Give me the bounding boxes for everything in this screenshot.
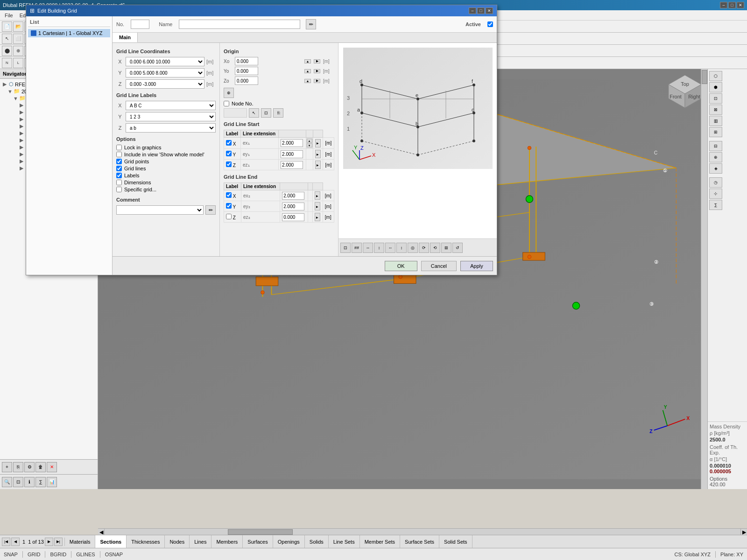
tab-member-sets[interactable]: Member Sets (360, 535, 400, 548)
tab-lines[interactable]: Lines (190, 535, 211, 548)
tab-materials[interactable]: Materials (65, 535, 96, 548)
apply-button[interactable]: Apply (460, 261, 493, 271)
expand-thicknesses[interactable]: ▶ (20, 116, 24, 122)
preview-btn-8[interactable]: ⟳ (419, 243, 429, 253)
lock-graphics-cb[interactable] (116, 145, 122, 150)
yo-arrow-btn[interactable]: ▶ (314, 69, 320, 73)
zo-spin-up[interactable]: ▲ (304, 79, 311, 83)
gl-start-x-dn[interactable]: ▼ (307, 143, 312, 147)
nav-filter-btn[interactable]: ⊡ (13, 477, 23, 487)
yo-spin-up[interactable]: ▲ (304, 69, 311, 73)
gl-end-y-arrow-btn[interactable]: ▶ (315, 202, 320, 210)
tab-main[interactable]: Main (113, 33, 138, 42)
zo-arrow-btn[interactable]: ▶ (314, 79, 320, 83)
node-center-btn[interactable]: ⊡ (261, 108, 271, 118)
h-scroll-right-btn[interactable]: ▶ (740, 529, 747, 535)
tab-solid-sets[interactable]: Solid Sets (439, 535, 472, 548)
gl-start-x-input[interactable] (281, 139, 303, 147)
coord-y-select[interactable]: 0.000 5.000 8.000 (126, 68, 204, 77)
open-button[interactable]: 📂 (13, 21, 23, 32)
tab-line-sets[interactable]: Line Sets (329, 535, 360, 548)
page-next-btn[interactable]: ▶ (45, 538, 53, 546)
expand-surfaces[interactable]: ▶ (20, 144, 24, 150)
h-scrollbar[interactable]: ◀ ▶ (98, 528, 747, 535)
preview-btn-10[interactable]: ⊞ (441, 243, 451, 253)
nav-new-btn[interactable]: + (2, 462, 12, 472)
nav-calc-btn[interactable]: ∑ (35, 477, 46, 487)
tab-solids[interactable]: Solids (305, 535, 329, 548)
expand-materials[interactable]: ▶ (20, 102, 24, 108)
gl-start-y-input[interactable] (281, 150, 303, 158)
new-button[interactable]: 📄 (2, 21, 12, 32)
dialog-maximize[interactable]: □ (477, 7, 485, 14)
nav-chart-btn[interactable]: 📊 (47, 477, 57, 487)
rt-1[interactable]: ⬡ (709, 71, 722, 81)
cancel-button[interactable]: Cancel (421, 261, 457, 271)
page-prev-btn[interactable]: ◀ (11, 538, 20, 546)
nav-cancel-btn[interactable]: ✕ (47, 462, 57, 472)
gl-start-x-arrow-btn[interactable]: ▶ (315, 139, 321, 147)
xo-spin-up[interactable]: ▲ (304, 59, 311, 63)
ok-button[interactable]: OK (385, 261, 417, 271)
dialog-titlebar[interactable]: ⊞ Edit Building Grid – □ ✕ (26, 5, 497, 16)
preview-btn-2[interactable]: ## (352, 243, 362, 253)
dimensions-cb[interactable] (116, 180, 122, 185)
node-copy-btn[interactable]: ⎘ (273, 108, 283, 118)
rt-5[interactable]: ▥ (709, 116, 722, 126)
select-button[interactable]: ↖ (2, 34, 12, 44)
rt-4[interactable]: ⊠ (709, 105, 722, 115)
cube-widget[interactable]: Top Front Right (666, 73, 704, 110)
gl-start-z-arrow-btn[interactable]: ▶ (315, 161, 321, 169)
name-edit-btn[interactable]: ✏ (306, 19, 316, 29)
tab-sections[interactable]: Sections (95, 535, 127, 548)
coord-z-select[interactable]: 0.000 -3.000 (126, 79, 204, 89)
select-box-button[interactable]: ⬜ (13, 34, 23, 44)
coord-x-select[interactable]: 0.000 6.000 10.000 (126, 57, 204, 66)
gl-start-x-up[interactable]: ▲ (307, 139, 312, 143)
labels-cb[interactable] (116, 173, 122, 178)
tab-members[interactable]: Members (211, 535, 243, 548)
gl-end-x-input[interactable] (282, 192, 304, 200)
tb3-2[interactable]: ⊕ (13, 46, 23, 56)
no-input[interactable]: 1 (131, 20, 149, 29)
gl-end-z-input[interactable] (282, 213, 304, 221)
active-checkbox[interactable] (487, 21, 493, 27)
tb4-1[interactable]: N (2, 58, 12, 68)
gl-end-z-arrow-btn[interactable]: ▶ (315, 213, 320, 221)
expand-rfem[interactable]: ▶ (3, 81, 7, 87)
node-no-input[interactable] (224, 108, 247, 118)
expand-sections[interactable]: ▶ (20, 109, 24, 115)
nav-info-btn[interactable]: ℹ (24, 477, 35, 487)
include-view-cb[interactable] (116, 152, 122, 157)
comment-edit-btn[interactable]: ✏ (205, 205, 216, 215)
preview-btn-5[interactable]: ↔ (385, 243, 395, 253)
expand-basic[interactable]: ▼ (13, 96, 18, 101)
gl-end-x-arrow-btn[interactable]: ▶ (315, 191, 320, 200)
preview-refresh-btn[interactable]: ↺ (452, 243, 463, 253)
tab-thicknesses[interactable]: Thicknesses (127, 535, 165, 548)
close-button[interactable]: ✕ (737, 2, 744, 8)
rt-10[interactable]: ◷ (709, 177, 722, 188)
rt-2[interactable]: ⬢ (709, 82, 722, 92)
preview-btn-1[interactable]: ⊡ (340, 243, 351, 253)
viewport-scrollbar-v[interactable] (701, 69, 707, 489)
nav-del-btn[interactable]: 🗑 (35, 462, 46, 472)
scrollbar-thumb-v[interactable] (702, 70, 707, 84)
tb3-1[interactable]: ⬤ (2, 46, 12, 56)
gl-start-z-input[interactable] (281, 161, 303, 169)
rt-3[interactable]: ⊡ (709, 93, 722, 104)
page-last-btn[interactable]: ▶| (54, 538, 63, 546)
preview-btn-9[interactable]: ⟲ (430, 243, 440, 253)
coord-pick-btn[interactable]: ⊕ (224, 88, 234, 98)
grid-points-cb[interactable] (116, 159, 122, 164)
expand-members[interactable]: ▶ (20, 137, 24, 143)
node-no-cb[interactable] (224, 101, 229, 106)
h-scrollbar-thumb[interactable] (228, 529, 293, 535)
grid-list-item-1[interactable]: 1 Cartesian | 1 - Global XYZ (28, 29, 110, 37)
rt-9[interactable]: ◈ (709, 163, 722, 174)
name-input[interactable]: Cartesian | 1 - Global XYZ (179, 20, 300, 29)
tb4-2[interactable]: L (13, 58, 23, 68)
nav-settings-btn[interactable]: ⚙ (24, 462, 35, 472)
specific-grid-cb[interactable] (116, 187, 122, 192)
tab-nodes[interactable]: Nodes (165, 535, 190, 548)
